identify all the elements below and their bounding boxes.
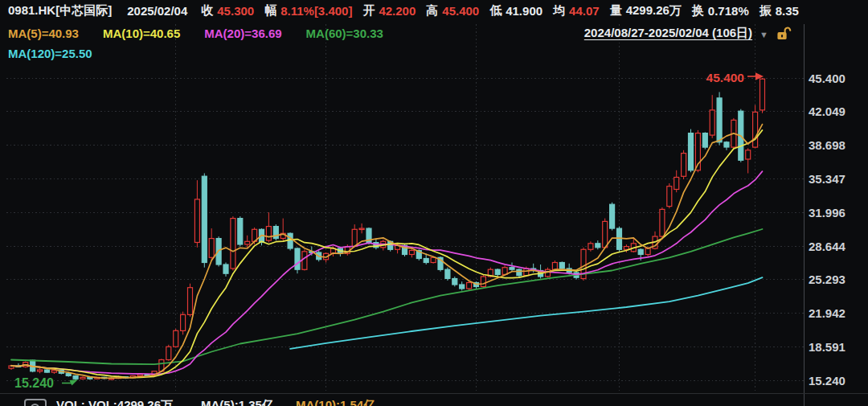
magnifier-icon[interactable] <box>24 399 47 406</box>
y-axis-tick: 21.942 <box>809 306 845 320</box>
quote-date: 2025/02/04 <box>127 4 187 18</box>
low-price-annotation: 15.240 <box>14 376 54 390</box>
vol-value-label: VOL: VOL:4299.26万 <box>56 398 173 406</box>
y-axis-tick: 45.400 <box>809 72 845 85</box>
quote-field-volume: 量4299.26万 <box>610 3 682 18</box>
ma120-label: MA(120)=25.50 <box>8 47 92 60</box>
quote-field-change: 幅8.11%[3.400] <box>264 3 352 18</box>
volume-indicator-row[interactable]: VOL: VOL:4299.26万 MA(5):1.35亿 MA(10):1.5… <box>0 396 868 406</box>
y-axis-tick: 42.049 <box>809 105 845 118</box>
candlestick-chart[interactable]: 45.40015.24045.40042.04938.69835.34731.9… <box>0 0 868 406</box>
y-axis-tick: 15.240 <box>809 374 845 388</box>
pane-divider <box>0 393 868 394</box>
quote-field-high: 高45.400 <box>426 3 479 18</box>
y-axis-tick: 18.591 <box>809 340 845 354</box>
date-range-block: 2024/08/27-2025/02/04 (106日) ▼ <box>584 26 792 41</box>
quote-field-amplitude: 振8.35 <box>760 3 799 18</box>
high-price-annotation: 45.400 <box>706 71 744 84</box>
y-axis-tick: 31.996 <box>809 206 845 219</box>
ma20-label: MA(20)=36.69 <box>204 27 281 40</box>
quote-field-low: 低41.900 <box>489 3 542 18</box>
vol-ma5-label: MA(5):1.35亿 <box>201 398 274 406</box>
y-axis-tick: 25.293 <box>809 273 845 286</box>
quote-field-avg: 均44.07 <box>553 3 600 18</box>
unlock-icon[interactable] <box>776 26 792 41</box>
ma120-legend-row: MA(120)=25.50 <box>8 47 92 60</box>
quote-field-close: 收45.300 <box>201 3 254 18</box>
quote-header: 0981.HK[中芯国际] 2025/02/04 收45.300 幅8.11%[… <box>8 3 809 18</box>
date-range-selector[interactable]: 2024/08/27-2025/02/04 (106日) <box>584 26 752 41</box>
ma-legend-row: MA(5)=40.93 MA(10)=40.65 MA(20)=36.69 MA… <box>8 26 868 41</box>
y-axis-tick: 35.347 <box>809 172 845 186</box>
chevron-down-icon[interactable]: ▼ <box>760 30 768 39</box>
y-axis-tick: 28.644 <box>809 240 846 253</box>
symbol-name[interactable]: 0981.HK[中芯国际] <box>8 3 112 18</box>
ma10-label: MA(10)=40.65 <box>103 27 180 40</box>
quote-field-turnover: 换0.718% <box>692 3 749 18</box>
quote-field-open: 开42.200 <box>362 3 416 18</box>
vol-ma10-label: MA(10):1.54亿 <box>296 398 375 406</box>
ma60-label: MA(60)=30.33 <box>306 27 383 40</box>
y-axis-tick: 38.698 <box>809 138 845 152</box>
ma5-label: MA(5)=40.93 <box>8 27 79 40</box>
